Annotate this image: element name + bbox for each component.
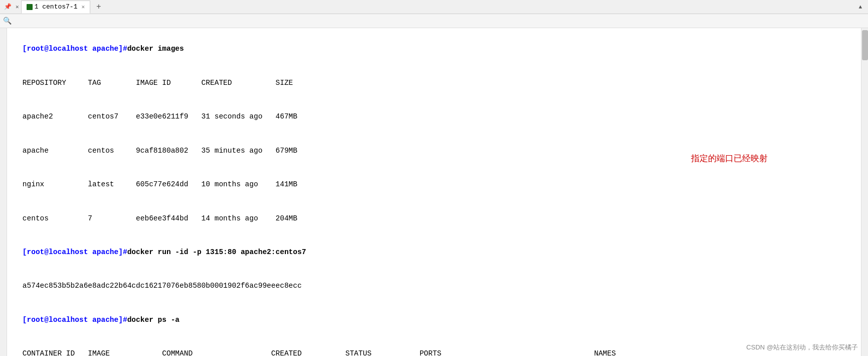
tab-bar: 📌 ✕ 1 centos7-1 ✕ + ▲ — [0, 0, 868, 14]
search-icon[interactable]: 🔍 — [3, 17, 12, 25]
terminal-line-9: [root@localhost apache]#docker ps -a — [5, 303, 863, 336]
watermark: CSDN @站在这别动，我去给你买橘子 — [746, 343, 858, 352]
prompt-7: [root@localhost apache]# — [23, 248, 127, 256]
tab-bar-collapse-icon[interactable]: ▲ — [858, 4, 862, 10]
right-scrollbar[interactable] — [861, 28, 868, 356]
tab-bar-right: ▲ — [858, 4, 866, 10]
terminal-line-6: centos 7 eeb6ee3f44bd 14 months ago 204M… — [5, 201, 863, 235]
tab-add-button[interactable]: + — [93, 3, 104, 12]
terminal-line-8: a574ec853b5b2a6e8adc22b64cdc16217076eb85… — [5, 269, 863, 303]
command-1: docker images — [127, 45, 184, 53]
images-header: REPOSITORY TAG IMAGE ID CREATED SIZE — [23, 79, 293, 87]
terminal-line-3: apache2 centos7 e33e0e6211f9 31 seconds … — [5, 100, 863, 134]
tab-label: 1 centos7-1 — [35, 3, 78, 11]
terminal-line-7: [root@localhost apache]#docker run -id -… — [5, 235, 863, 269]
tab-centos7-1[interactable]: 1 centos7-1 ✕ — [21, 1, 90, 14]
terminal: [root@localhost apache]#docker images RE… — [0, 28, 868, 356]
terminal-line-10: CONTAINER ID IMAGE COMMAND CREATED STATU… — [5, 337, 863, 356]
tab-bar-left: 📌 ✕ 1 centos7-1 ✕ + — [2, 1, 104, 14]
command-9: docker ps -a — [127, 316, 180, 324]
command-7: docker run -id -p 1315:80 apache2:centos… — [127, 248, 306, 256]
terminal-line-5: nginx latest 605c77e624dd 10 months ago … — [5, 168, 863, 201]
terminal-line-1: [root@localhost apache]#docker images — [5, 32, 863, 66]
tab-terminal-icon — [27, 4, 33, 10]
terminal-line-2: REPOSITORY TAG IMAGE ID CREATED SIZE — [5, 66, 863, 99]
tab-close-button[interactable]: ✕ — [81, 4, 85, 10]
pin-icon: 📌 — [2, 3, 14, 11]
left-scrollbar[interactable] — [0, 28, 7, 356]
close-x-icon[interactable]: ✕ — [16, 4, 19, 10]
scrollbar-thumb[interactable] — [862, 30, 868, 60]
annotation-text: 指定的端口已经映射 — [691, 153, 768, 164]
toolbar: 🔍 — [0, 14, 868, 28]
prompt-1: [root@localhost apache]# — [23, 45, 127, 53]
prompt-9: [root@localhost apache]# — [23, 316, 127, 324]
